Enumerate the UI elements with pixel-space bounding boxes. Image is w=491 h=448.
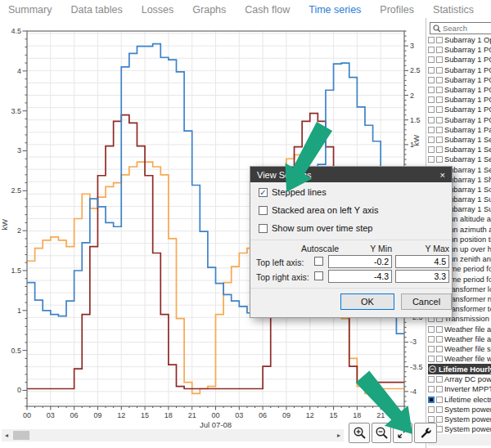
list-item-weather-file-wind-speed[interactable]: Weather file wind speed: [428, 354, 491, 364]
plot-checkbox[interactable]: [428, 416, 435, 423]
plot-checkbox[interactable]: [428, 346, 435, 352]
list-item-system-power-generated[interactable]: System power generated: [428, 424, 491, 434]
plot-settings-wrench-button[interactable]: [414, 423, 437, 443]
secondary-plot-checkbox[interactable]: [436, 336, 443, 343]
secondary-plot-checkbox[interactable]: [436, 47, 443, 53]
stacked-area-checkbox[interactable]: [259, 206, 268, 215]
tab-time-series[interactable]: Time series: [309, 4, 370, 16]
top-right-ymax-input[interactable]: [395, 270, 449, 283]
close-icon[interactable]: ×: [440, 170, 445, 180]
list-item-subarray-1-poa-rear-total-irradiance[interactable]: Subarray 1 POA rear total irradiance: [428, 85, 491, 95]
list-item-subarray-1-self-shading-diffuse-derate[interactable]: Subarray 1 Self-shading diffuse derate: [428, 145, 491, 155]
tab-summary[interactable]: Summary: [8, 4, 61, 16]
stacked-area-row[interactable]: Stacked area on left Y axis: [259, 205, 378, 215]
list-item-subarray-1-poa-total-irradiance-after-soiling[interactable]: Subarray 1 POA total irradiance after so…: [428, 105, 491, 114]
secondary-plot-checkbox[interactable]: [436, 37, 443, 43]
show-sum-row[interactable]: Show sum over time step: [259, 223, 373, 233]
top-left-ymin-input[interactable]: [328, 255, 392, 268]
zoom-out-button[interactable]: [372, 423, 391, 443]
plot-checkbox[interactable]: [428, 127, 435, 133]
secondary-plot-checkbox[interactable]: [436, 137, 443, 143]
dialog-title-bar[interactable]: View Settings ×: [250, 167, 452, 182]
plot-checkbox[interactable]: [428, 77, 435, 83]
plot-checkbox[interactable]: [428, 336, 435, 343]
secondary-plot-checkbox[interactable]: [436, 77, 443, 83]
secondary-plot-checkbox[interactable]: [436, 146, 443, 153]
secondary-plot-checkbox[interactable]: [436, 56, 443, 63]
search-box[interactable]: [430, 22, 491, 34]
plot-checkbox[interactable]: [428, 87, 435, 93]
list-item-subarray-1-self-shading-derate[interactable]: Subarray 1 Self-shading derate: [428, 135, 491, 145]
plot-checkbox[interactable]: [428, 156, 435, 163]
plot-checkbox[interactable]: [428, 396, 435, 403]
secondary-plot-checkbox[interactable]: [436, 326, 443, 333]
list-item-array-dc-power[interactable]: Array DC power: [428, 374, 491, 384]
secondary-plot-checkbox[interactable]: [436, 156, 443, 163]
ok-button[interactable]: OK: [340, 293, 394, 310]
plot-checkbox[interactable]: [428, 386, 435, 392]
list-item-subarray-1-poa-ground-reflected-irradiance[interactable]: Subarray 1 POA ground reflected irradian…: [428, 75, 491, 85]
plot-checkbox[interactable]: [428, 67, 435, 74]
list-item-subarray-1-poa-diffuse-irradiance[interactable]: Subarray 1 POA diffuse irradiance: [428, 55, 491, 65]
list-item-lifetime-electricity-generated[interactable]: Lifetime electricity generated: [428, 395, 491, 405]
top-left-autoscale-checkbox[interactable]: [314, 257, 323, 266]
list-item-system-power-before-curtailment[interactable]: System power before curtailment: [428, 414, 491, 424]
secondary-plot-checkbox[interactable]: [436, 87, 443, 93]
list-item-subarray-1-poa-total-irradiance-nominal[interactable]: Subarray 1 POA total irradiance nominal: [428, 115, 491, 125]
plot-checkbox[interactable]: [428, 56, 435, 63]
plot-checkbox[interactable]: [428, 117, 435, 123]
show-sum-checkbox[interactable]: [259, 224, 268, 233]
plot-checkbox[interactable]: [428, 96, 435, 103]
plot-checkbox[interactable]: [428, 406, 435, 413]
top-right-ymin-input[interactable]: [328, 270, 392, 283]
secondary-plot-checkbox[interactable]: [436, 426, 443, 432]
secondary-plot-checkbox[interactable]: [436, 67, 443, 74]
list-item-weather-file-albedo[interactable]: Weather file albedo: [428, 324, 491, 334]
tab-data-tables[interactable]: Data tables: [70, 4, 131, 16]
sidebar-horizontal-scrollbar[interactable]: ◂: [428, 434, 491, 446]
plot-checkbox[interactable]: [428, 356, 435, 362]
plot-checkbox[interactable]: [428, 376, 435, 383]
top-right-autoscale-checkbox[interactable]: [314, 271, 323, 280]
tab-statistics[interactable]: Statistics: [433, 4, 483, 16]
secondary-plot-checkbox[interactable]: [436, 96, 443, 103]
group-header-lifetime-hourly-data[interactable]: −Lifetime Hourly Data: [428, 364, 491, 374]
scroll-right-icon[interactable]: ▸: [337, 432, 340, 439]
secondary-plot-checkbox[interactable]: [436, 416, 443, 423]
list-item-subarray-1-poa-front-total-irradiance[interactable]: Subarray 1 POA front total irradiance: [428, 65, 491, 75]
list-item-system-power-before-availability[interactable]: System power before availability: [428, 405, 491, 414]
cancel-button[interactable]: Cancel: [401, 293, 452, 310]
plot-checkbox[interactable]: [428, 146, 435, 153]
list-item-subarray-1-poa-beam-irradiance[interactable]: Subarray 1 POA beam irradiance: [428, 45, 491, 55]
stepped-lines-row[interactable]: ✓ Stepped lines: [259, 187, 327, 197]
list-item-weather-file-ambient-temperature[interactable]: Weather file ambient temperature: [428, 334, 491, 344]
zoom-in-button[interactable]: [349, 423, 370, 443]
scroll-left-icon[interactable]: ◂: [5, 432, 8, 439]
plot-checkbox[interactable]: [428, 326, 435, 333]
list-item-subarray-1-partial-shading-factor[interactable]: Subarray 1 Partial shading factor: [428, 125, 491, 135]
plot-checkbox[interactable]: [428, 137, 435, 143]
secondary-plot-checkbox[interactable]: [436, 406, 443, 413]
secondary-plot-checkbox[interactable]: [436, 106, 443, 113]
secondary-plot-checkbox[interactable]: [436, 396, 443, 403]
plot-checkbox[interactable]: [428, 106, 435, 113]
list-item-subarray-1-self-shading-linear-derate[interactable]: Subarray 1 Self-shading linear derate: [428, 155, 491, 164]
list-item-weather-file-snow-depth[interactable]: Weather file snow depth: [428, 344, 491, 354]
tab-profiles[interactable]: Profiles: [380, 4, 423, 16]
zoom-fit-button[interactable]: [393, 423, 412, 443]
secondary-plot-checkbox[interactable]: [436, 386, 443, 392]
scrollbar-thumb[interactable]: [13, 431, 29, 440]
top-left-ymax-input[interactable]: [395, 255, 449, 268]
secondary-plot-checkbox[interactable]: [436, 117, 443, 123]
collapse-icon[interactable]: −: [429, 365, 436, 373]
search-input[interactable]: [443, 24, 491, 33]
tab-cash-flow[interactable]: Cash flow: [245, 4, 299, 16]
list-item-subarray-1-operating-mode[interactable]: Subarray 1 Operating mode: [428, 35, 491, 45]
secondary-plot-checkbox[interactable]: [436, 376, 443, 383]
list-item-subarray-1-poa-total-irradiance-after-shading[interactable]: Subarray 1 POA total irradiance after sh…: [428, 95, 491, 105]
list-item-inverter-mppt-1-input-power[interactable]: Inverter MPPT 1 input power: [428, 384, 491, 394]
tab-losses[interactable]: Losses: [142, 4, 183, 16]
secondary-plot-checkbox[interactable]: [436, 346, 443, 352]
chart-horizontal-scrollbar[interactable]: ◂ ▸: [2, 429, 344, 441]
secondary-plot-checkbox[interactable]: [436, 127, 443, 133]
